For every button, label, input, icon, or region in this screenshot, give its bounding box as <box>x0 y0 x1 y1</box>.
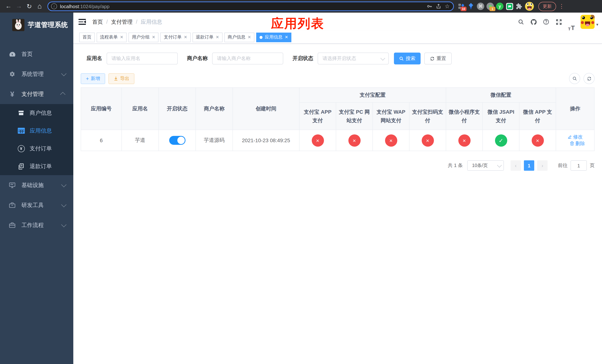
close-icon[interactable]: ✕ <box>248 35 251 40</box>
share-icon[interactable] <box>434 2 443 10</box>
fullscreen-icon[interactable] <box>553 13 565 31</box>
extension-y-icon[interactable]: y <box>495 1 504 11</box>
dashboard-icon <box>8 51 17 58</box>
close-icon[interactable]: ✕ <box>120 35 123 40</box>
search-button[interactable]: 搜索 <box>394 53 420 64</box>
extensions-puzzle-icon[interactable] <box>515 1 524 11</box>
profile-avatar-emoji[interactable] <box>524 1 535 11</box>
add-button[interactable]: + 新增 <box>81 73 105 84</box>
status-toggle[interactable] <box>169 136 185 145</box>
bookmark-star-icon[interactable]: ☆ <box>443 2 452 10</box>
chevron-down-icon <box>61 182 66 187</box>
sidebar-item-label: 支付订单 <box>30 145 52 152</box>
sidebar-item-refund-order[interactable]: 退款订单 <box>0 157 73 175</box>
sidebar-item-pay-order[interactable]: ¥ 支付订单 <box>0 139 73 157</box>
hide-search-icon[interactable] <box>569 73 580 84</box>
cell-created: 2021-10-23 08:49:25 <box>233 130 299 151</box>
sidebar-item-label: 基础设施 <box>22 182 62 189</box>
tab-user-group[interactable]: 用户分组✕ <box>129 32 159 42</box>
screen: ← → ↻ ⌂ i localhost:1024/pay/app ☆ 10 ⌘ <box>0 0 602 364</box>
logo-row[interactable]: 芋道管理系统 <box>0 13 73 33</box>
font-size-icon[interactable]: TT <box>565 13 578 31</box>
avatar-caret-icon[interactable]: ▾ <box>596 22 598 27</box>
chevron-down-icon <box>61 71 66 76</box>
url-text[interactable]: localhost:1024/pay/app <box>60 3 425 9</box>
next-page-button[interactable]: › <box>537 160 548 171</box>
close-icon[interactable]: ✕ <box>152 35 155 40</box>
tab-app-info[interactable]: 应用信息✕ <box>256 32 291 42</box>
col-actions: 操作 <box>556 87 594 130</box>
tab-pay-order[interactable]: 支付订单✕ <box>161 32 191 42</box>
close-icon[interactable]: ✕ <box>184 35 187 40</box>
pagination: 共 1 条 10条/页 ‹ 1 › 前往 页 <box>81 160 595 171</box>
status-select[interactable]: 请选择开启状态 <box>318 53 389 64</box>
delete-link[interactable]: 删除 <box>570 140 585 147</box>
col-created: 创建时间 <box>233 87 299 130</box>
app-name-input[interactable]: 请输入应用名 <box>107 53 178 64</box>
forward-icon[interactable]: → <box>14 1 24 11</box>
page-1-button[interactable]: 1 <box>524 160 534 171</box>
site-info-icon[interactable]: i <box>51 3 57 9</box>
home-icon[interactable]: ⌂ <box>35 1 44 11</box>
breadcrumb: 首页 / 支付管理 / 应用信息 <box>92 18 162 25</box>
sidebar-item-merchant-info[interactable]: 商户信息 <box>0 104 73 122</box>
browser-toolbar: ← → ↻ ⌂ i localhost:1024/pay/app ☆ 10 ⌘ <box>0 0 602 13</box>
sidebar-item-workflow[interactable]: 工作流程 <box>0 215 73 235</box>
extension-chat-icon[interactable] <box>505 1 514 11</box>
address-bar[interactable]: i localhost:1024/pay/app ☆ <box>47 1 454 11</box>
extension-command-icon[interactable]: ⌘ <box>476 1 485 11</box>
sidebar-collapse-icon[interactable] <box>78 19 86 25</box>
command-glyph: ⌘ <box>477 3 484 10</box>
tab-home[interactable]: 首页 <box>79 32 95 42</box>
breadcrumb-pay[interactable]: 支付管理 <box>111 18 133 25</box>
sidebar-item-devtools[interactable]: 研发工具 <box>0 195 73 215</box>
search-icon[interactable] <box>515 13 527 31</box>
sidebar-item-home[interactable]: 首页 <box>0 44 73 64</box>
close-icon[interactable]: ✕ <box>285 35 288 40</box>
tags-view: 首页 流程表单✕ 用户分组✕ 支付订单✕ 退款订单✕ 商户信息✕ 应用信息✕ <box>73 31 602 44</box>
reset-button[interactable]: 重置 <box>424 53 452 64</box>
sidebar-item-app-info[interactable]: 应用信息 <box>0 122 73 139</box>
help-icon[interactable] <box>540 13 553 31</box>
key-icon[interactable] <box>425 2 434 10</box>
sidebar-menu: 首页 系统管理 ¥ 支付管理 <box>0 44 73 235</box>
col-merchant: 商户名称 <box>196 87 233 130</box>
sidebar-item-label: 商户信息 <box>30 109 52 117</box>
tab-merchant-info[interactable]: 商户信息✕ <box>224 32 254 42</box>
extension-badge: 1 <box>489 7 495 11</box>
sidebar-item-label: 系统管理 <box>22 71 62 78</box>
goto-page-input[interactable] <box>570 160 587 171</box>
page-size-select[interactable]: 10条/页 <box>467 160 504 171</box>
prev-page-button[interactable]: ‹ <box>511 160 521 171</box>
merchant-name-input[interactable]: 请输入商户名称 <box>212 53 283 64</box>
reload-icon[interactable]: ↻ <box>24 1 34 11</box>
user-avatar[interactable] <box>581 15 595 29</box>
browser-menu-icon[interactable]: ⋮ <box>558 3 565 10</box>
alipay-qr-status-icon: × <box>421 134 434 146</box>
col-wx-mini: 微信小程序支付 <box>446 102 483 130</box>
refresh-icon[interactable] <box>583 73 595 84</box>
sidebar-item-system[interactable]: 系统管理 <box>0 64 73 84</box>
back-icon[interactable]: ← <box>4 1 13 11</box>
goto-label: 前往 <box>558 162 568 169</box>
extension-gem-icon[interactable] <box>466 1 475 11</box>
sidebar-item-pay[interactable]: ¥ 支付管理 <box>0 84 73 104</box>
edit-link[interactable]: 修改 <box>568 134 583 140</box>
sidebar-item-infra[interactable]: 基础设施 <box>0 175 73 195</box>
extension-recorder-icon[interactable]: 1 <box>486 1 495 11</box>
close-icon[interactable]: ✕ <box>216 35 219 40</box>
tab-process-form[interactable]: 流程表单✕ <box>97 32 127 42</box>
url-path: :1024/pay/app <box>79 3 110 9</box>
export-button[interactable]: 导出 <box>108 73 134 84</box>
store-icon <box>17 110 25 116</box>
toolbox-icon <box>8 202 17 208</box>
sidebar-item-label: 支付管理 <box>22 91 62 97</box>
chrome-update-button[interactable]: 更新 <box>538 2 556 11</box>
header-actions: TT ▾ <box>515 13 602 31</box>
github-icon[interactable] <box>527 13 540 31</box>
tab-refund-order[interactable]: 退款订单✕ <box>192 32 222 42</box>
alipay-pc-status-icon: × <box>348 134 360 146</box>
breadcrumb-home[interactable]: 首页 <box>92 18 103 25</box>
extension-blocks-icon[interactable]: 10 <box>457 1 466 11</box>
col-app-name: 应用名 <box>122 87 159 130</box>
